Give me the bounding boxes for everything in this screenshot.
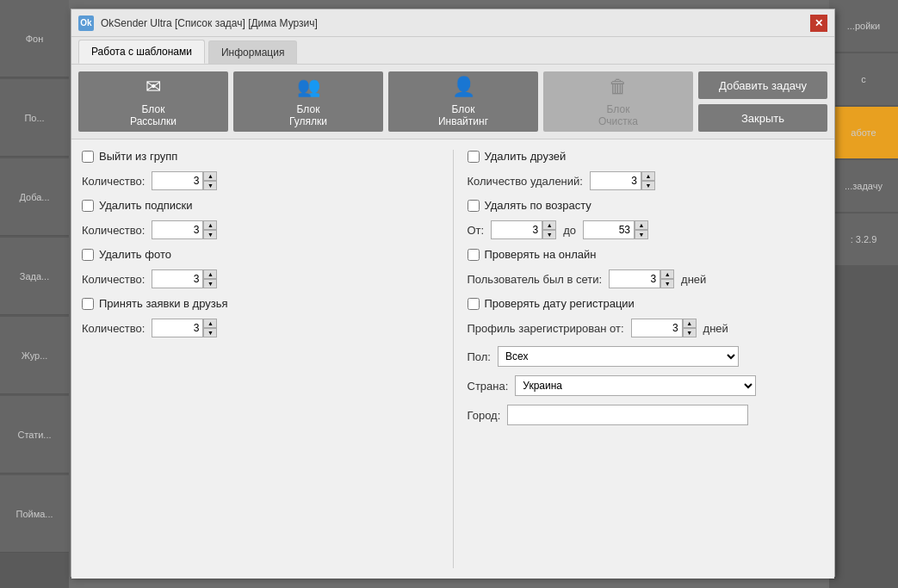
remove-photos-spin-down[interactable]: ▼ bbox=[203, 279, 217, 288]
reg-date-input[interactable]: ▲ ▼ bbox=[631, 319, 697, 337]
block-walk-button[interactable]: 👥 Блок Гулялки bbox=[233, 71, 383, 132]
leave-groups-quantity-input[interactable]: ▲ ▼ bbox=[152, 171, 217, 190]
check-online-checkbox-label[interactable]: Проверять на онлайн bbox=[468, 248, 825, 261]
reg-date-field[interactable] bbox=[631, 319, 683, 337]
window-close-button[interactable]: ✕ bbox=[810, 15, 827, 32]
tab-templates[interactable]: Работа с шаблонами bbox=[78, 40, 205, 64]
remove-photos-quantity-field[interactable] bbox=[152, 269, 203, 288]
block-inviting-button[interactable]: 👤 Блок Инвайтинг bbox=[388, 71, 538, 132]
accept-friends-spin-buttons: ▲ ▼ bbox=[203, 319, 217, 337]
remove-by-age-label: Удалять по возрасту bbox=[485, 199, 591, 212]
country-select[interactable]: Украина Россия Беларусь bbox=[515, 375, 756, 396]
accept-friends-checkbox-label[interactable]: Принять заявки в друзья bbox=[82, 297, 439, 310]
remove-photos-label: Удалить фото bbox=[99, 248, 171, 261]
sidebar-item-zhur[interactable]: Жур... bbox=[0, 317, 69, 394]
remove-friends-spin-down[interactable]: ▼ bbox=[641, 181, 655, 190]
app-icon: Ok bbox=[78, 15, 94, 31]
accept-friends-checkbox[interactable] bbox=[82, 298, 94, 310]
check-online-spin-down[interactable]: ▼ bbox=[660, 279, 674, 288]
check-reg-date-label: Проверять дату регистрации bbox=[485, 297, 635, 310]
remove-friends-checkbox-label[interactable]: Удалить друзей bbox=[468, 150, 825, 163]
remove-by-age-checkbox[interactable] bbox=[468, 200, 480, 212]
remove-friends-spin-up[interactable]: ▲ bbox=[641, 171, 655, 181]
age-from-spin-up[interactable]: ▲ bbox=[542, 220, 556, 230]
remove-photos-checkbox[interactable] bbox=[82, 249, 94, 261]
reg-date-spin-up[interactable]: ▲ bbox=[683, 319, 697, 328]
check-online-field[interactable] bbox=[609, 269, 660, 288]
age-from-spin-down[interactable]: ▼ bbox=[542, 230, 556, 239]
remove-by-age-checkbox-label[interactable]: Удалять по возрасту bbox=[468, 199, 825, 212]
remove-subscriptions-quantity-input[interactable]: ▲ ▼ bbox=[152, 220, 217, 239]
sidebar-item-zad[interactable]: Зада... bbox=[0, 238, 69, 315]
check-online-label: Проверять на онлайн bbox=[485, 248, 597, 261]
accept-friends-quantity-input[interactable]: ▲ ▼ bbox=[152, 319, 217, 337]
remove-friends-quantity-input[interactable]: ▲ ▼ bbox=[590, 171, 655, 190]
close-button[interactable]: Закрыть bbox=[698, 104, 827, 132]
remove-subscriptions-spin-down[interactable]: ▼ bbox=[203, 230, 217, 239]
remove-subscriptions-label: Удалить подписки bbox=[99, 199, 193, 212]
mailing-icon: ✉ bbox=[146, 76, 161, 98]
check-online-spin-up[interactable]: ▲ bbox=[660, 269, 674, 279]
accept-friends-quantity-row: Количество: ▲ ▼ bbox=[82, 319, 439, 337]
age-from-input[interactable]: ▲ ▼ bbox=[491, 220, 556, 239]
remove-subscriptions-checkbox[interactable] bbox=[82, 200, 94, 212]
age-to-spin-buttons: ▲ ▼ bbox=[635, 220, 648, 239]
leave-groups-spin-buttons: ▲ ▼ bbox=[203, 171, 217, 190]
walk-icon: 👥 bbox=[297, 76, 320, 98]
sidebar-item-poim-label: Пойма... bbox=[15, 509, 53, 519]
remove-subscriptions-quantity-field[interactable] bbox=[152, 220, 203, 239]
reg-date-days-label: дней bbox=[703, 322, 728, 335]
sidebar-item-po[interactable]: По... bbox=[0, 79, 69, 157]
leave-groups-checkbox-label[interactable]: Выйти из групп bbox=[82, 150, 439, 163]
leave-groups-quantity-field[interactable] bbox=[152, 171, 203, 190]
age-to-spin-up[interactable]: ▲ bbox=[635, 220, 648, 230]
age-from-field[interactable] bbox=[491, 220, 542, 239]
sidebar-item-dob-label: Доба... bbox=[19, 192, 49, 202]
block-mailing-button[interactable]: ✉ Блок Рассылки bbox=[78, 71, 228, 132]
remove-photos-quantity-label: Количество: bbox=[82, 273, 145, 286]
gender-select[interactable]: Всех Мужской Женский bbox=[498, 346, 739, 367]
remove-photos-spin-up[interactable]: ▲ bbox=[203, 269, 217, 279]
remove-subscriptions-spin-buttons: ▲ ▼ bbox=[203, 220, 217, 239]
check-reg-date-checkbox[interactable] bbox=[468, 298, 480, 310]
sidebar-item-stat[interactable]: Стати... bbox=[0, 396, 69, 473]
age-to-spin-down[interactable]: ▼ bbox=[635, 230, 648, 239]
leave-groups-checkbox[interactable] bbox=[82, 151, 94, 163]
check-online-checkbox[interactable] bbox=[468, 249, 480, 261]
sidebar-item-fon[interactable]: Фон bbox=[0, 0, 69, 77]
remove-photos-checkbox-label[interactable]: Удалить фото bbox=[82, 248, 439, 261]
title-bar: Ok OkSender Ultra [Список задач] [Дима М… bbox=[71, 9, 834, 37]
right-sidebar-stro[interactable]: ...ройки bbox=[829, 0, 898, 52]
check-online-input[interactable]: ▲ ▼ bbox=[609, 269, 674, 288]
right-sidebar-rabo-label: аботе bbox=[851, 127, 876, 138]
block-cleanup-button[interactable]: 🗑 Блок Очистка bbox=[543, 71, 693, 132]
sidebar-item-dob[interactable]: Доба... bbox=[0, 158, 69, 236]
leave-groups-spin-up[interactable]: ▲ bbox=[203, 171, 217, 181]
remove-subscriptions-quantity-row: Количество: ▲ ▼ bbox=[82, 220, 439, 239]
main-window: Ok OkSender Ultra [Список задач] [Дима М… bbox=[71, 9, 835, 577]
remove-subscriptions-spin-up[interactable]: ▲ bbox=[203, 220, 217, 230]
leave-groups-quantity-row: Количество: ▲ ▼ bbox=[82, 171, 439, 190]
check-online-row: Пользователь был в сети: ▲ ▼ дней bbox=[468, 269, 825, 288]
right-sidebar-zadachu[interactable]: ...задачу bbox=[829, 160, 898, 212]
accept-friends-spin-down[interactable]: ▼ bbox=[203, 328, 217, 337]
remove-subscriptions-checkbox-label[interactable]: Удалить подписки bbox=[82, 199, 439, 212]
add-task-button[interactable]: Добавить задачу bbox=[698, 71, 827, 99]
remove-friends-quantity-field[interactable] bbox=[590, 171, 641, 190]
remove-photos-quantity-input[interactable]: ▲ ▼ bbox=[152, 269, 217, 288]
remove-friends-checkbox[interactable] bbox=[468, 151, 480, 163]
age-to-input[interactable]: ▲ ▼ bbox=[583, 220, 648, 239]
right-sidebar-s[interactable]: с bbox=[829, 53, 898, 105]
tab-info[interactable]: Информация bbox=[208, 40, 297, 64]
reg-date-spin-down[interactable]: ▼ bbox=[683, 328, 697, 337]
city-field[interactable] bbox=[507, 405, 748, 425]
sidebar-item-po-label: По... bbox=[24, 113, 44, 123]
leave-groups-spin-down[interactable]: ▼ bbox=[203, 181, 217, 190]
age-to-field[interactable] bbox=[583, 220, 635, 239]
accept-friends-quantity-field[interactable] bbox=[152, 319, 203, 337]
check-reg-date-checkbox-label[interactable]: Проверять дату регистрации bbox=[468, 297, 825, 310]
left-sidebar: Фон По... Доба... Зада... Жур... Стати..… bbox=[0, 0, 69, 588]
accept-friends-spin-up[interactable]: ▲ bbox=[203, 319, 217, 328]
sidebar-item-poim[interactable]: Пойма... bbox=[0, 475, 69, 553]
right-sidebar-rabo[interactable]: аботе bbox=[829, 107, 898, 158]
